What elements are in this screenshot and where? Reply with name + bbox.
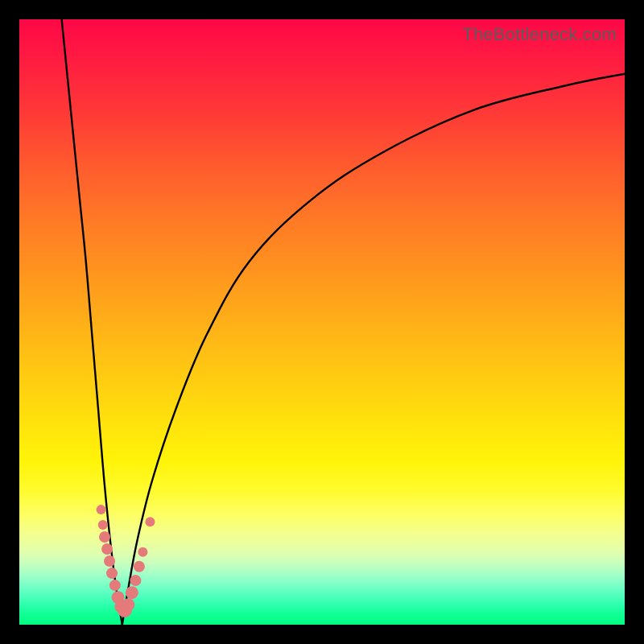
curve-marker	[104, 555, 115, 567]
watermark-text: TheBottleneck.com	[462, 24, 617, 45]
curve-marker	[112, 591, 125, 604]
curve-marker	[126, 586, 138, 599]
curve-marker	[130, 575, 141, 586]
curve-marker	[106, 568, 118, 579]
curve-marker	[101, 543, 113, 555]
curve-marker	[98, 520, 108, 530]
chart-plot-area: TheBottleneck.com	[19, 19, 625, 625]
curve-left-branch	[62, 19, 122, 625]
chart-curve-layer	[19, 19, 625, 625]
curve-marker	[122, 598, 134, 611]
curve-marker	[114, 600, 127, 613]
curve-right-branch	[122, 74, 625, 625]
curve-marker	[99, 531, 110, 543]
curve-marker	[109, 580, 121, 591]
chart-stage: TheBottleneck.com	[0, 0, 644, 644]
curve-marker	[134, 561, 145, 572]
curve-marker	[138, 547, 147, 557]
chart-markers-layer	[19, 19, 625, 625]
curve-marker	[118, 603, 132, 617]
curve-marker	[145, 517, 155, 526]
marker-group	[97, 505, 155, 617]
curve-marker	[97, 505, 106, 514]
